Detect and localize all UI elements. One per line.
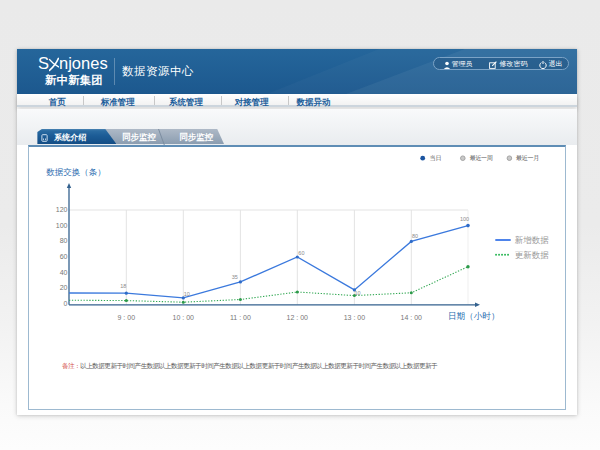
svg-text:14 : 00: 14 : 00 <box>401 314 423 321</box>
svg-text:更新数据: 更新数据 <box>515 249 550 259</box>
svg-text:10 : 00: 10 : 00 <box>173 314 195 321</box>
svg-text:40: 40 <box>60 268 68 275</box>
svg-text:数据交换（条）: 数据交换（条） <box>46 167 106 177</box>
svg-text:60: 60 <box>60 252 68 259</box>
svg-text:0: 0 <box>64 299 68 306</box>
svg-text:100: 100 <box>460 215 469 221</box>
svg-text:120: 120 <box>56 205 68 212</box>
svg-text:最近一月: 最近一月 <box>516 155 539 162</box>
svg-text:80: 80 <box>60 237 68 244</box>
svg-text:13 : 00: 13 : 00 <box>344 314 366 321</box>
svg-text:20: 20 <box>60 284 68 291</box>
svg-text:12 : 00: 12 : 00 <box>287 314 309 321</box>
svg-text:11 : 00: 11 : 00 <box>230 314 251 321</box>
svg-text:日期（小时）: 日期（小时） <box>448 311 500 321</box>
svg-text:100: 100 <box>56 221 68 228</box>
svg-text:80: 80 <box>412 232 418 238</box>
svg-text:10: 10 <box>354 290 360 296</box>
svg-text:35: 35 <box>232 273 238 279</box>
svg-text:新增数据: 新增数据 <box>515 234 550 244</box>
svg-text:60: 60 <box>298 250 304 256</box>
svg-text:备注：以上数据更新于时间产生数据以上数据更新于时间产生数据以: 备注：以上数据更新于时间产生数据以上数据更新于时间产生数据以上数据更新于时间产生… <box>62 362 438 370</box>
svg-text:9 : 00: 9 : 00 <box>118 314 136 321</box>
svg-text:10: 10 <box>184 291 190 297</box>
svg-text:18: 18 <box>120 283 126 289</box>
svg-text:当日: 当日 <box>430 155 441 162</box>
svg-text:最近一周: 最近一周 <box>470 155 493 161</box>
